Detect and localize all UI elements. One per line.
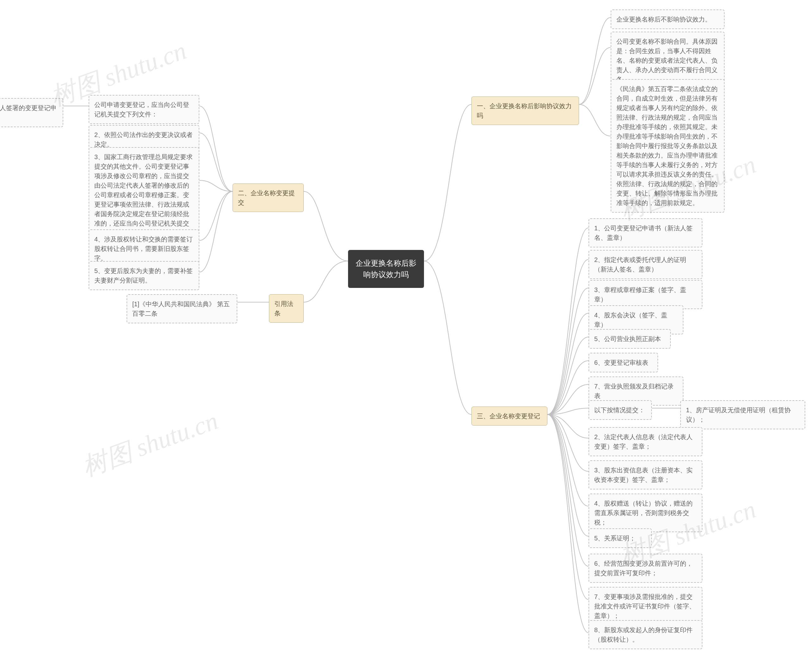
branch-3-leaf-9[interactable]: 2、法定代表人信息表（法定代表人变更）签字、盖章； (589, 427, 702, 456)
root-node[interactable]: 企业更换名称后影响协议效力吗 (348, 250, 424, 288)
branch-3-leaf-2[interactable]: 2、指定代表或委托代理人的证明（新法人签名、盖章） (589, 250, 702, 279)
branch-3-leaf-13[interactable]: 6、经营范围变更涉及前置许可的，提交前置许可复印件； (589, 554, 702, 583)
branch-3-leaf-5[interactable]: 5、公司营业执照正副本 (589, 329, 671, 349)
branch-2[interactable]: 二、企业名称变更提交 (233, 184, 304, 212)
branch-2-header-child[interactable]: 1、公司法定代表人签署的变更登记申请书。 (0, 98, 63, 127)
branch-3-leaf-6[interactable]: 6、变更登记审核表 (589, 353, 658, 372)
branch-2-header[interactable]: 公司申请变更登记，应当向公司登记机关提交下列文件： (89, 95, 199, 124)
branch-3-leaf-12[interactable]: 5、关系证明； (589, 528, 652, 548)
branch-1[interactable]: 一、企业更换名称后影响协议效力吗 (471, 96, 579, 125)
branch-2-leaf-5[interactable]: 5、变更后股东为夫妻的，需要补签夫妻财产分割证明。 (89, 261, 199, 290)
branch-3-leaf-10[interactable]: 3、股东出资信息表（注册资本、实收资本变更）签字、盖章； (589, 460, 702, 490)
branch-3-leaf-8-child[interactable]: 1、房产证明及无偿使用证明（租赁协议）； (680, 400, 805, 429)
branch-4[interactable]: 引用法条 (269, 294, 304, 323)
branch-3-leaf-14[interactable]: 7、变更事项涉及需报批准的，提交批准文件或许可证书复印件（签字、盖章）； (589, 587, 702, 625)
branch-3[interactable]: 三、企业名称变更登记 (471, 407, 547, 425)
branch-1-leaf-1[interactable]: 企业更换名称后不影响协议效力。 (611, 10, 725, 29)
branch-3-leaf-8[interactable]: 以下按情况提交： (589, 400, 652, 420)
branch-3-leaf-15[interactable]: 8、新股东或发起人的身份证复印件（股权转让）。 (589, 620, 702, 649)
branch-3-leaf-11[interactable]: 4、股权赠送（转让）协议，赠送的需直系亲属证明，否则需到税务交税； (589, 493, 702, 532)
branch-2-leaf-3[interactable]: 3、国家工商行政管理总局规定要求提交的其他文件。公司变更登记事项涉及修改公司章程… (89, 147, 199, 243)
branch-3-leaf-1[interactable]: 1、公司变更登记申请书（新法人签名、盖章） (589, 218, 702, 247)
watermark: 树图 shutu.cn (78, 404, 223, 485)
branch-3-leaf-3[interactable]: 3、章程或章程修正案（签字、盖章） (589, 280, 702, 309)
branch-1-leaf-3[interactable]: 《民法典》第五百零二条依法成立的合同，自成立时生效，但是法律另有规定或者当事人另… (611, 79, 725, 213)
branch-4-leaf-1[interactable]: [1]《中华人民共和国民法典》 第五百零二条 (127, 294, 237, 323)
